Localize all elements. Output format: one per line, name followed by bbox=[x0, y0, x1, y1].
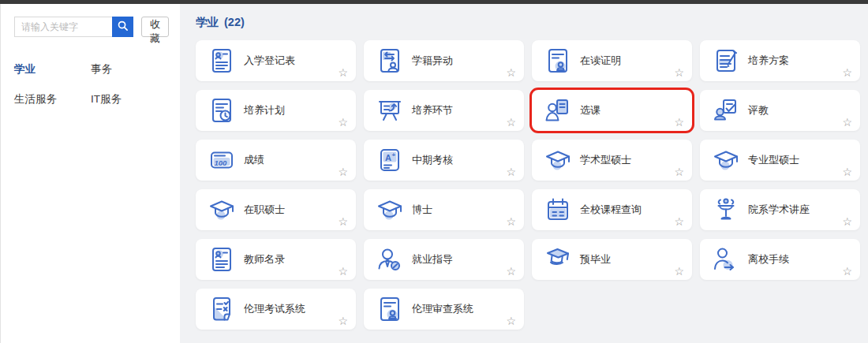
service-card[interactable]: 评教 ☆ bbox=[700, 90, 860, 131]
midterm-assessment-icon: A+ bbox=[376, 146, 404, 174]
course-selection-icon bbox=[544, 96, 572, 125]
main-panel: 学业(22) 入学登记表 ☆ 学籍异动 ☆ 在读证明 ☆ 培养方案 ☆ 培养计划… bbox=[180, 4, 868, 343]
service-card[interactable]: 伦理考试系统 ☆ bbox=[196, 289, 356, 330]
favorite-star-icon[interactable]: ☆ bbox=[338, 215, 348, 229]
registration-form-icon bbox=[208, 47, 236, 75]
category-count: (22) bbox=[224, 16, 245, 28]
search-row: 收藏 bbox=[14, 17, 169, 37]
search-input[interactable] bbox=[14, 17, 112, 37]
sidebar-category-1[interactable]: 事务 bbox=[91, 62, 169, 76]
svg-text:100: 100 bbox=[215, 158, 228, 167]
search-box bbox=[14, 17, 133, 37]
service-card[interactable]: 学术型硕士 ☆ bbox=[532, 140, 692, 181]
service-card[interactable]: 培养方案 ☆ bbox=[700, 40, 860, 81]
enrollment-certificate-icon bbox=[544, 47, 572, 75]
student-status-change-icon bbox=[376, 47, 404, 75]
ethics-exam-icon bbox=[208, 295, 236, 323]
service-card[interactable]: 培养环节 ☆ bbox=[364, 90, 524, 131]
favorite-star-icon[interactable]: ☆ bbox=[842, 215, 852, 229]
favorite-star-icon[interactable]: ☆ bbox=[338, 315, 348, 328]
favorite-star-icon[interactable]: ☆ bbox=[338, 116, 348, 129]
favorite-star-icon[interactable]: ☆ bbox=[338, 265, 348, 278]
svg-text:+: + bbox=[392, 151, 396, 158]
service-card[interactable]: 预毕业 ☆ bbox=[532, 239, 692, 280]
favorite-star-icon[interactable]: ☆ bbox=[842, 166, 852, 179]
favorite-star-icon[interactable]: ☆ bbox=[506, 215, 516, 229]
service-card[interactable]: 入学登记表 ☆ bbox=[196, 40, 356, 81]
category-title: 学业 bbox=[196, 16, 219, 28]
favorite-star-icon[interactable]: ☆ bbox=[506, 265, 516, 278]
training-stage-icon bbox=[376, 96, 404, 125]
training-program-icon bbox=[712, 47, 740, 75]
service-card[interactable]: 博士 ☆ bbox=[364, 189, 524, 230]
search-icon bbox=[117, 20, 129, 34]
service-card[interactable]: 专业型硕士 ☆ bbox=[700, 140, 860, 181]
doctoral-icon bbox=[376, 196, 404, 224]
lecture-icon bbox=[712, 196, 740, 224]
favorite-star-icon[interactable]: ☆ bbox=[842, 66, 852, 80]
service-card[interactable]: 100 成绩 ☆ bbox=[196, 140, 356, 181]
favorite-star-icon[interactable]: ☆ bbox=[506, 315, 516, 328]
favorites-button[interactable]: 收藏 bbox=[141, 17, 169, 37]
leave-school-icon bbox=[712, 245, 740, 274]
service-card[interactable]: 院系学术讲座 ☆ bbox=[700, 189, 860, 230]
favorite-star-icon[interactable]: ☆ bbox=[674, 265, 684, 278]
favorite-star-icon[interactable]: ☆ bbox=[506, 66, 516, 80]
favorite-star-icon[interactable]: ☆ bbox=[506, 116, 516, 129]
service-card[interactable]: 选课 ☆ bbox=[532, 90, 692, 131]
search-button[interactable] bbox=[112, 17, 133, 37]
favorite-star-icon[interactable]: ☆ bbox=[842, 265, 852, 278]
page-title: 学业(22) bbox=[196, 15, 860, 30]
teacher-directory-icon bbox=[208, 245, 236, 274]
sidebar: 收藏 学业 事务 生活服务 IT服务 bbox=[1, 4, 180, 343]
pre-graduation-icon bbox=[544, 245, 572, 274]
parttime-master-icon bbox=[208, 196, 236, 224]
favorite-star-icon[interactable]: ☆ bbox=[338, 66, 348, 80]
service-card[interactable]: 教师名录 ☆ bbox=[196, 239, 356, 280]
favorite-star-icon[interactable]: ☆ bbox=[674, 66, 684, 80]
academic-master-icon bbox=[544, 146, 572, 174]
favorite-star-icon[interactable]: ☆ bbox=[674, 116, 684, 129]
grades-icon: 100 bbox=[208, 146, 236, 174]
favorite-star-icon[interactable]: ☆ bbox=[674, 166, 684, 179]
service-card[interactable]: 全校课程查询 ☆ bbox=[532, 189, 692, 230]
service-card[interactable]: 就业指导 ☆ bbox=[364, 239, 524, 280]
training-plan-icon bbox=[208, 96, 236, 125]
professional-master-icon bbox=[712, 146, 740, 174]
favorite-star-icon[interactable]: ☆ bbox=[674, 215, 684, 229]
service-card[interactable]: 培养计划 ☆ bbox=[196, 90, 356, 131]
service-card[interactable]: 学籍异动 ☆ bbox=[364, 40, 524, 81]
sidebar-category-0[interactable]: 学业 bbox=[14, 62, 91, 76]
svg-text:A: A bbox=[385, 153, 391, 162]
favorite-star-icon[interactable]: ☆ bbox=[338, 166, 348, 179]
course-query-icon bbox=[544, 196, 572, 224]
career-guidance-icon bbox=[376, 245, 404, 274]
service-card[interactable]: 伦理审查系统 ☆ bbox=[364, 289, 524, 330]
service-card[interactable]: A+ 中期考核 ☆ bbox=[364, 140, 524, 181]
app-layout: 收藏 学业 事务 生活服务 IT服务 学业(22) 入学登记表 ☆ 学籍异动 ☆… bbox=[0, 4, 868, 343]
service-card[interactable]: 离校手续 ☆ bbox=[700, 239, 860, 280]
service-card[interactable]: 在读证明 ☆ bbox=[532, 40, 692, 81]
categories-grid: 学业 事务 生活服务 IT服务 bbox=[14, 62, 169, 106]
sidebar-category-3[interactable]: IT服务 bbox=[91, 92, 169, 106]
service-card[interactable]: 在职硕士 ☆ bbox=[196, 189, 356, 230]
ethics-review-icon bbox=[376, 295, 404, 323]
sidebar-category-2[interactable]: 生活服务 bbox=[14, 92, 91, 106]
favorite-star-icon[interactable]: ☆ bbox=[842, 116, 852, 129]
favorite-star-icon[interactable]: ☆ bbox=[506, 166, 516, 179]
services-grid: 入学登记表 ☆ 学籍异动 ☆ 在读证明 ☆ 培养方案 ☆ 培养计划 ☆ 培养环节… bbox=[196, 40, 860, 330]
teaching-evaluation-icon bbox=[712, 96, 740, 125]
